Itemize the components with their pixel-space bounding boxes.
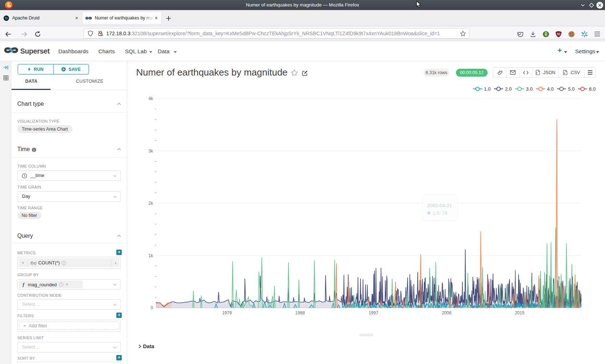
svg-text:?: ? (60, 283, 62, 286)
svg-text:1979: 1979 (222, 310, 232, 315)
svg-text:1997: 1997 (369, 310, 378, 315)
svg-text:3k: 3k (148, 149, 153, 154)
svg-text:2.0: 2.0 (505, 86, 512, 92)
svg-text:0: 0 (151, 305, 153, 310)
svg-text:2002-03-21: 2002-03-21 (427, 203, 452, 208)
svg-text:1k: 1k (148, 253, 153, 258)
svg-text:3.0: 3.0 (526, 86, 533, 92)
svg-text:1.0: 74: 1.0: 74 (433, 210, 448, 216)
svg-text:2015: 2015 (515, 310, 525, 315)
svg-text:1988: 1988 (295, 310, 305, 315)
svg-text:1.0: 1.0 (484, 86, 491, 92)
svg-text:2006: 2006 (442, 310, 452, 315)
svg-text:?: ? (63, 261, 65, 264)
svg-text:4k: 4k (148, 96, 153, 101)
svg-text:5.0: 5.0 (568, 86, 575, 92)
svg-text:6.0: 6.0 (589, 86, 596, 92)
svg-text:4.0: 4.0 (547, 86, 554, 92)
svg-text:2k: 2k (148, 201, 153, 206)
